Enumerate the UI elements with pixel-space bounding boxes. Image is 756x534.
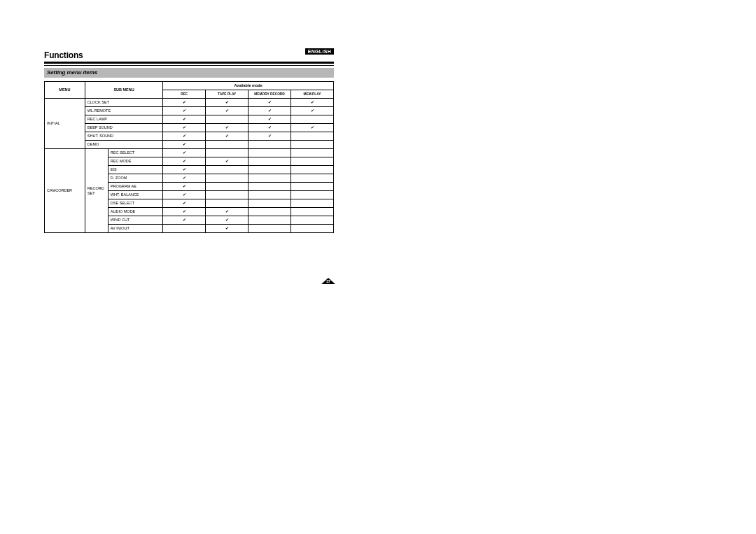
submenu-item-cell: BEEP SOUND — [85, 124, 163, 132]
mode-cell: ✔ — [206, 157, 248, 166]
table-row: BEEP SOUND✔✔✔✔ — [45, 124, 334, 132]
table-row: REC LAMP✔✔ — [45, 115, 334, 124]
page-number: 37 — [324, 279, 332, 283]
header-submenu: SUB MENU — [85, 82, 163, 99]
mode-cell: ✔ — [206, 132, 248, 141]
table-row: WL.REMOTE✔✔✔✔ — [45, 107, 334, 115]
mode-cell: ✔ — [163, 216, 206, 225]
mode-cell — [248, 183, 291, 191]
mode-cell: ✔ — [163, 124, 206, 132]
mode-cell: ✔ — [206, 107, 248, 115]
mode-cell — [206, 149, 248, 157]
mode-cell — [291, 174, 334, 183]
mode-cell — [206, 191, 248, 199]
mode-cell: ✔ — [291, 107, 334, 115]
mode-cell: ✔ — [248, 115, 291, 124]
mode-cell — [248, 149, 291, 157]
table-row: CAMCORDERRECORD SETREC SELECT✔ — [45, 149, 334, 157]
header-mode-memplay: MEM.PLAY — [291, 90, 334, 99]
subtitle: Setting menu items — [44, 68, 334, 78]
mode-cell: ✔ — [163, 166, 206, 174]
manual-page: ENGLISH Functions Setting menu items MEN… — [0, 0, 756, 534]
submenu-item-cell: SHUT. SOUND — [85, 132, 163, 141]
mode-cell — [248, 191, 291, 199]
mode-cell — [248, 166, 291, 174]
mode-cell — [206, 183, 248, 191]
mode-cell — [206, 166, 248, 174]
mode-cell: ✔ — [248, 124, 291, 132]
mode-cell — [291, 191, 334, 199]
submenu-item-cell: REC MODE — [108, 157, 162, 166]
submenu-item-cell: REC SELECT — [108, 149, 162, 157]
mode-cell — [206, 174, 248, 183]
content-column: ENGLISH Functions Setting menu items MEN… — [44, 50, 334, 233]
table-head: MENU SUB MENU Available mode REC TAPE PL… — [45, 82, 334, 99]
table-row: INITIALCLOCK SET✔✔✔✔ — [45, 99, 334, 107]
submenu-item-cell: DSE SELECT — [108, 199, 162, 208]
mode-cell — [248, 216, 291, 225]
mode-cell: ✔ — [206, 216, 248, 225]
menu-table: MENU SUB MENU Available mode REC TAPE PL… — [44, 81, 334, 233]
table-body: INITIALCLOCK SET✔✔✔✔WL.REMOTE✔✔✔✔REC LAM… — [45, 99, 334, 233]
table-row: SHUT. SOUND✔✔✔ — [45, 132, 334, 141]
submenu-item-cell: AV IN/OUT — [108, 225, 162, 233]
submenu-item-cell: AUDIO MODE — [108, 208, 162, 216]
mode-cell — [291, 183, 334, 191]
header-menu: MENU — [45, 82, 85, 99]
mode-cell: ✔ — [163, 107, 206, 115]
mode-cell: ✔ — [163, 199, 206, 208]
submenu-item-cell: WIND CUT — [108, 216, 162, 225]
mode-cell: ✔ — [248, 99, 291, 107]
header-available: Available mode — [163, 82, 334, 90]
mode-cell: ✔ — [163, 99, 206, 107]
mode-cell: ✔ — [163, 157, 206, 166]
mode-cell — [291, 115, 334, 124]
mode-cell — [291, 132, 334, 141]
header-row-1: MENU SUB MENU Available mode — [45, 82, 334, 90]
rule-thick — [44, 62, 334, 64]
mode-cell: ✔ — [163, 132, 206, 141]
submenu-item-cell: CLOCK SET — [85, 99, 163, 107]
mode-cell: ✔ — [163, 208, 206, 216]
menu-cell: CAMCORDER — [45, 149, 85, 233]
mode-cell — [248, 225, 291, 233]
mode-cell — [248, 208, 291, 216]
mode-cell — [248, 157, 291, 166]
table-row: DEMO✔ — [45, 141, 334, 149]
mode-cell: ✔ — [163, 141, 206, 149]
mode-cell — [291, 208, 334, 216]
mode-cell: ✔ — [206, 124, 248, 132]
mode-cell — [206, 115, 248, 124]
submenu-item-cell: REC LAMP — [85, 115, 163, 124]
mode-cell: ✔ — [206, 208, 248, 216]
header-mode-tapeplay: TAPE PLAY — [206, 90, 248, 99]
submenu-item-cell: WHT. BALANCE — [108, 191, 162, 199]
header-mode-rec: REC — [163, 90, 206, 99]
mode-cell — [291, 141, 334, 149]
rule-thin — [44, 65, 334, 66]
mode-cell: ✔ — [248, 132, 291, 141]
page-number-marker: 37 — [321, 278, 335, 284]
mode-cell: ✔ — [163, 149, 206, 157]
mode-cell: ✔ — [291, 124, 334, 132]
mode-cell — [291, 225, 334, 233]
submenu-item-cell: WL.REMOTE — [85, 107, 163, 115]
submenu-group-cell: RECORD SET — [85, 149, 108, 233]
mode-cell: ✔ — [206, 225, 248, 233]
mode-cell — [291, 199, 334, 208]
mode-cell: ✔ — [163, 183, 206, 191]
mode-cell: ✔ — [206, 99, 248, 107]
mode-cell: ✔ — [163, 115, 206, 124]
submenu-item-cell: DEMO — [85, 141, 163, 149]
triangle-icon: 37 — [321, 278, 335, 284]
mode-cell: ✔ — [163, 191, 206, 199]
mode-cell — [291, 216, 334, 225]
mode-cell — [248, 199, 291, 208]
mode-cell: ✔ — [291, 99, 334, 107]
mode-cell — [291, 166, 334, 174]
menu-cell: INITIAL — [45, 99, 85, 149]
mode-cell — [248, 141, 291, 149]
mode-cell — [206, 141, 248, 149]
submenu-item-cell: EIS — [108, 166, 162, 174]
mode-cell — [291, 157, 334, 166]
